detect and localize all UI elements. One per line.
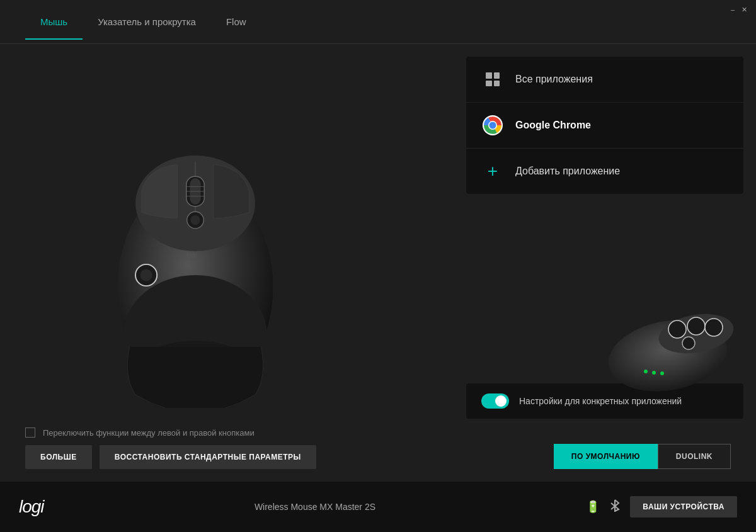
svg-point-9 bbox=[190, 215, 200, 225]
dropdown-item-chrome[interactable]: Google Chrome bbox=[466, 103, 743, 149]
tab-mouse[interactable]: Мышь bbox=[25, 4, 83, 40]
logi-logo: logi bbox=[19, 497, 44, 517]
svg-point-25 bbox=[652, 371, 656, 375]
footer-right-section: 🔋 ВАШИ УСТРОЙСТВА bbox=[586, 496, 737, 518]
svg-point-21 bbox=[687, 317, 705, 335]
chrome-label: Google Chrome bbox=[515, 120, 591, 131]
svg-point-17 bbox=[490, 122, 496, 129]
dropdown-panel: Все приложения Google Chrome bbox=[466, 57, 743, 194]
more-button[interactable]: БОЛЬШЕ bbox=[25, 445, 92, 469]
mouse-main-svg: logi bbox=[76, 118, 315, 408]
minimize-button[interactable]: – bbox=[728, 5, 737, 14]
default-button[interactable]: ПО УМОЛЧАНИЮ bbox=[554, 444, 658, 469]
close-button[interactable]: ✕ bbox=[740, 5, 748, 14]
add-app-icon: + bbox=[481, 160, 504, 183]
tab-pointer[interactable]: Указатель и прокрутка bbox=[83, 4, 211, 40]
svg-point-11 bbox=[140, 269, 152, 281]
svg-point-22 bbox=[705, 319, 723, 336]
dropdown-item-add-app[interactable]: + Добавить приложение bbox=[466, 149, 743, 194]
checkbox-row: Переключить функции между левой и правой… bbox=[25, 427, 255, 438]
toggle-label: Настройки для конкретных приложений bbox=[519, 396, 682, 406]
bottom-left-buttons: БОЛЬШЕ ВОССТАНОВИТЬ СТАНДАРТНЫЕ ПАРАМЕТР… bbox=[25, 445, 316, 469]
device-name-label: Wireless Mouse MX Master 2S bbox=[255, 502, 375, 512]
chrome-icon bbox=[481, 114, 504, 137]
footer: logi Wireless Mouse MX Master 2S 🔋 ВАШИ … bbox=[0, 482, 756, 532]
dropdown-item-all-apps[interactable]: Все приложения bbox=[466, 57, 743, 103]
app-settings-toggle[interactable] bbox=[481, 393, 509, 409]
svg-point-24 bbox=[644, 370, 648, 373]
swap-buttons-label: Переключить функции между левой и правой… bbox=[43, 428, 255, 438]
svg-point-23 bbox=[682, 337, 695, 349]
all-apps-label: Все приложения bbox=[515, 74, 593, 85]
title-bar: – ✕ bbox=[721, 0, 756, 19]
devices-button[interactable]: ВАШИ УСТРОЙСТВА bbox=[630, 496, 737, 518]
swap-buttons-checkbox[interactable] bbox=[25, 427, 35, 438]
svg-point-20 bbox=[668, 320, 686, 338]
footer-device-name: Wireless Mouse MX Master 2S bbox=[44, 502, 587, 512]
battery-icon: 🔋 bbox=[586, 500, 600, 514]
tab-flow[interactable]: Flow bbox=[211, 4, 261, 40]
svg-text:logi: logi bbox=[186, 251, 197, 258]
reset-button[interactable]: ВОССТАНОВИТЬ СТАНДАРТНЫЕ ПАРАМЕТРЫ bbox=[100, 445, 316, 469]
bluetooth-icon bbox=[610, 499, 620, 514]
bottom-right-buttons: ПО УМОЛЧАНИЮ DUOLINK bbox=[554, 444, 731, 469]
duolink-button[interactable]: DUOLINK bbox=[658, 444, 731, 469]
right-mouse-illustration bbox=[598, 305, 724, 393]
nav-tabs: Мышь Указатель и прокрутка Flow bbox=[0, 0, 756, 44]
add-app-label: Добавить приложение bbox=[515, 166, 620, 177]
grid-apps-icon bbox=[481, 68, 504, 91]
main-content: logi Все приложения bbox=[0, 44, 756, 482]
svg-point-26 bbox=[660, 371, 664, 375]
mouse-illustration-area: logi bbox=[0, 44, 391, 482]
